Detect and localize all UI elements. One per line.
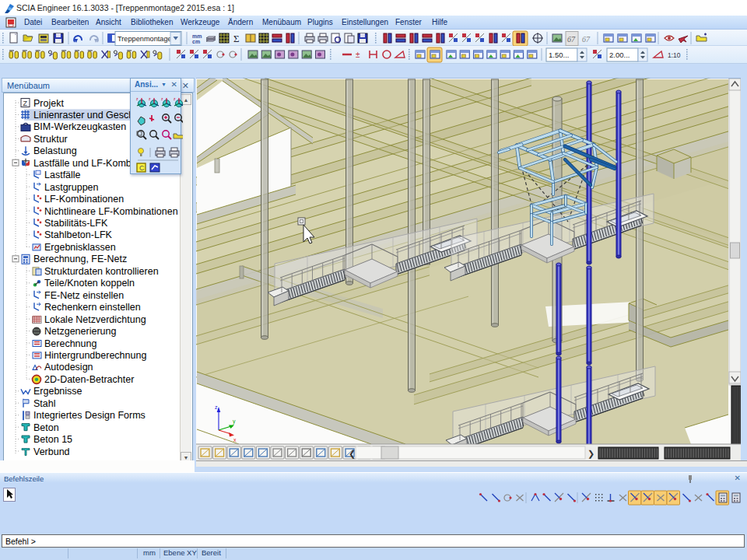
svg-text:Lokale Netzverdichtung: Lokale Netzverdichtung xyxy=(44,314,146,325)
svg-text:z: z xyxy=(161,96,163,101)
svg-text:1:10: 1:10 xyxy=(668,51,681,59)
svg-text:Integriertes Design Forms: Integriertes Design Forms xyxy=(33,410,146,421)
svg-text:Teile/Knoten koppeln: Teile/Knoten koppeln xyxy=(44,278,135,289)
svg-text:±: ± xyxy=(356,51,360,59)
svg-text:Projekt: Projekt xyxy=(33,98,64,109)
svg-text:y: y xyxy=(233,418,236,425)
svg-text:z: z xyxy=(136,96,139,101)
svg-text:Ergebnisklassen: Ergebnisklassen xyxy=(44,242,116,253)
svg-text:C: C xyxy=(139,164,145,172)
svg-text:Autodesign: Autodesign xyxy=(44,362,93,373)
svg-text:Stahlbeton-LFK: Stahlbeton-LFK xyxy=(44,229,113,240)
svg-text:Treppenmontage2: Treppenmontage2 xyxy=(117,35,176,43)
svg-text:❯: ❯ xyxy=(587,449,594,459)
svg-text:Beton: Beton xyxy=(33,422,59,433)
svg-text:Lastgruppen: Lastgruppen xyxy=(44,182,99,193)
svg-text:Stahl: Stahl xyxy=(33,398,56,409)
svg-text:Struktur: Struktur xyxy=(33,134,68,145)
svg-text:Strukturdaten kontrollieren: Strukturdaten kontrollieren xyxy=(44,266,159,277)
svg-text:LF-Kombinationen: LF-Kombinationen xyxy=(44,194,124,205)
svg-text:Rechenkern einstellen: Rechenkern einstellen xyxy=(44,302,141,313)
svg-text:Σ: Σ xyxy=(233,33,240,44)
svg-text:mm: mm xyxy=(192,33,202,39)
svg-text:FE-Netz einstellen: FE-Netz einstellen xyxy=(44,290,124,301)
svg-text:1.50...: 1.50... xyxy=(549,51,569,59)
svg-text:x: x xyxy=(233,437,237,443)
svg-text:Verbund: Verbund xyxy=(33,446,70,457)
svg-text:Netzgenerierung: Netzgenerierung xyxy=(44,326,116,337)
svg-text:67: 67 xyxy=(567,35,576,44)
svg-text:z: z xyxy=(215,404,218,410)
svg-text:Hintergrundberechnung: Hintergrundberechnung xyxy=(44,350,146,361)
svg-text:Berechnung, FE-Netz: Berechnung, FE-Netz xyxy=(33,254,127,264)
svg-text:BIM-Werkzeugkasten: BIM-Werkzeugkasten xyxy=(33,121,126,132)
svg-text:Belastung: Belastung xyxy=(33,145,77,156)
svg-text:Lastfälle: Lastfälle xyxy=(44,170,81,180)
svg-text:Beton 15: Beton 15 xyxy=(33,434,72,445)
svg-text:Ergebnisse: Ergebnisse xyxy=(33,386,82,397)
svg-text:z: z xyxy=(149,96,151,101)
svg-text:67: 67 xyxy=(582,35,591,44)
svg-text:Berechnung: Berechnung xyxy=(44,338,96,349)
svg-text:Nichtlineare LF-Kombinationen: Nichtlineare LF-Kombinationen xyxy=(44,206,178,217)
svg-text:2D-Daten-Betrachter: 2D-Daten-Betrachter xyxy=(44,374,134,385)
svg-text:Stabilitäts-LFK: Stabilitäts-LFK xyxy=(44,218,108,229)
svg-text:2.00...: 2.00... xyxy=(609,51,630,59)
svg-text:cm: cm xyxy=(192,39,200,44)
svg-text:❮: ❮ xyxy=(349,449,356,459)
svg-text:z: z xyxy=(174,96,176,101)
svg-text:Z: Z xyxy=(23,100,28,107)
